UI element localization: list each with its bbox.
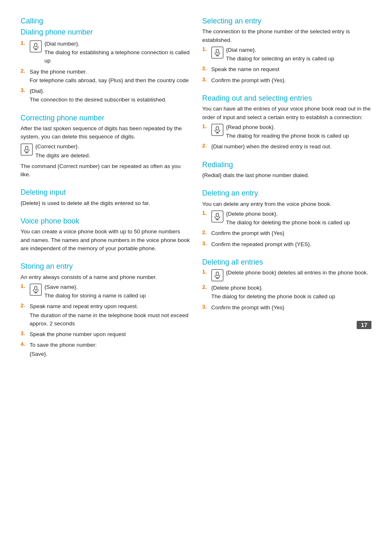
section-deleting-all: Deleting all entries 1. {Delete ph [202,258,371,312]
selecting-step-num-1: 1. [202,46,211,52]
deleting-all-step-3-main: Confirm the prompt with {Yes} [211,304,371,312]
storing-body: An entry always consists of a name and p… [21,273,190,281]
voice-phone-book-title: Voice phone book [21,217,190,226]
selecting-steps: 1. {Dial name}. The dialog for selecting… [202,46,371,85]
correcting-body: After the last spoken sequence of digits… [21,124,190,141]
selecting-step-1-main: {Dial name}. [226,46,371,54]
deleting-entry-step-1-sub: The dialog for deleting the phone book i… [226,219,371,227]
storing-step-2: 2. Speak name and repeat entry upon requ… [21,302,190,328]
correcting-extra: The command {Correct number} can be repe… [21,162,190,179]
deleting-entry-step-1-content: {Delete phone book}. The dialog for dele… [226,210,371,227]
mic-icon-calling-1 [30,40,42,53]
mic-icon-deleting-1 [211,210,224,223]
svg-rect-9 [35,286,37,290]
calling-step-2: 2. Say the phone number. For telephone c… [21,68,190,85]
deleting-all-step-num-3: 3. [202,304,211,310]
storing-step-3-content: Speak the phone number upon request [30,330,190,339]
svg-rect-15 [216,127,219,130]
storing-step-4: 4. To save the phone number: {Save}. [21,341,190,358]
calling-step-3-sub: The connection to the desired subscriber… [30,96,190,104]
deleting-all-step-num-2: 2. [202,284,211,290]
deleting-entry-title: Deleting an entry [202,189,371,198]
deleting-entry-body: You can delete any entry from the voice … [202,200,371,208]
reading-out-steps: 1. {Read phone book}. The dialog for rea… [202,123,371,151]
svg-rect-6 [25,146,28,150]
reading-out-step-2: 2. {Dial number} when the desired entry … [202,143,371,151]
svg-rect-18 [216,213,219,217]
storing-step-1-sub: The dialog for storing a name is called … [44,292,190,300]
deleting-entry-step-2: 2. Confirm the prompt with {Yes} [202,229,371,237]
deleting-entry-steps: 1. {Delete phone book}. The dialog for d… [202,210,371,249]
mic-icon-storing-1 [30,283,42,296]
deleting-all-step-3-content: Confirm the prompt with {Yes} [211,304,371,312]
storing-step-2-sub: The duration of the name in the telephon… [30,311,190,328]
storing-step-1-content: {Save name}. The dialog for storing a na… [44,283,190,300]
calling-step-3-content: {Dial}. The connection to the desired su… [30,87,190,104]
deleting-entry-step-1: 1. {Delete phone book}. The dialog for d… [202,210,371,227]
selecting-step-3-main: Confirm the prompt with {Yes}. [211,76,371,85]
storing-step-num-4: 4. [21,341,30,347]
storing-steps: 1. {Save name}. The dialog for storing a… [21,283,190,358]
redialing-title: Redialing [202,160,371,170]
page-layout: Calling Dialing phone number 1. [21,16,371,367]
mic-icon-correcting [21,143,33,156]
section-redialing: Redialing {Redial} dials the last phone … [202,160,371,180]
deleting-entry-step-num-3: 3. [202,240,211,246]
selecting-step-num-3: 3. [202,76,211,83]
section-calling: Calling Dialing phone number 1. [21,16,190,104]
right-column: Selecting an entry The connection to the… [202,16,371,367]
section-deleting-entry: Deleting an entry You can delete any ent… [202,189,371,249]
deleting-all-step-1-main: {Delete phone book} deletes all entries … [226,269,371,277]
calling-title: Calling [21,16,190,26]
section-deleting-input: Deleting input {Delete} is used to delet… [21,188,190,207]
section-correcting: Correcting phone number After the last s… [21,113,190,179]
storing-step-num-3: 3. [21,330,30,336]
page-number: 17 [357,321,371,329]
reading-out-step-2-content: {Dial number} when the desired entry is … [211,143,371,151]
calling-step-2-main: Say the phone number. [30,68,190,76]
deleting-all-step-1: 1. {Delete phone book} deletes all entri… [202,269,371,281]
deleting-input-body: {Delete} is used to delete all the digit… [21,199,190,207]
voice-phone-book-body: You can create a voice phone book with u… [21,228,190,253]
calling-step-1-sub: The dialog for establishing a telephone … [44,48,190,65]
selecting-step-2-main: Speak the name on request [211,65,371,74]
storing-step-2-content: Speak name and repeat entry upon request… [30,302,190,328]
storing-step-2-main: Speak name and repeat entry upon request… [30,302,190,311]
step-num-1: 1. [21,40,30,46]
correcting-icon-step-content: {Correct number}. The digits are deleted… [35,143,90,160]
storing-step-3-main: Speak the phone number upon request [30,330,190,339]
svg-rect-3 [35,43,37,47]
selecting-body: The connection to the phone number of th… [202,28,371,44]
svg-rect-21 [216,272,219,276]
selecting-step-1-content: {Dial name}. The dialog for selecting an… [226,46,371,63]
correcting-icon-step-sub: The digits are deleted. [35,152,90,160]
deleting-entry-step-1-main: {Delete phone book}. [226,210,371,218]
reading-out-step-2-main: {Dial number} when the desired entry is … [211,143,371,151]
deleting-all-step-2-sub: The dialog for deleting the phone book i… [211,293,371,301]
selecting-step-num-2: 2. [202,65,211,71]
mic-icon-deleting-all-1 [211,269,224,281]
storing-step-num-1: 1. [21,283,30,289]
deleting-all-step-2: 2. {Delete phone book}. The dialog for d… [202,284,371,301]
selecting-step-3: 3. Confirm the prompt with {Yes}. [202,76,371,85]
storing-title: Storing an entry [21,262,190,271]
storing-step-1: 1. {Save name}. The dialog for storing a… [21,283,190,300]
deleting-entry-step-num-2: 2. [202,229,211,235]
mic-icon-reading-1 [211,124,224,136]
reading-out-step-1-content: {Read phone book}. The dialog for readin… [226,123,371,141]
correcting-icon-step-main: {Correct number}. [35,143,90,151]
selecting-step-1-sub: The dialog for selecting an entry is cal… [226,55,371,63]
mic-icon-selecting-1 [211,46,224,59]
deleting-all-steps: 1. {Delete phone book} deletes all entri… [202,269,371,312]
correcting-title: Correcting phone number [21,113,190,123]
storing-step-4-main: To save the phone number: [30,341,190,349]
selecting-step-2: 2. Speak the name on request [202,65,371,74]
calling-step-1-content: {Dial number}. The dialog for establishi… [44,40,190,65]
section-storing: Storing an entry An entry always consist… [21,262,190,358]
calling-subtitle: Dialing phone number [21,28,190,37]
calling-step-1: 1. {Dial number}. The dialog for establi… [21,40,190,65]
deleting-all-step-3: 3. Confirm the prompt with {Yes} [202,304,371,312]
storing-step-1-main: {Save name}. [44,283,190,291]
selecting-step-1: 1. {Dial name}. The dialog for selecting… [202,46,371,63]
deleting-entry-step-3-content: Confirm the repeated prompt with {YES}. [211,240,371,249]
